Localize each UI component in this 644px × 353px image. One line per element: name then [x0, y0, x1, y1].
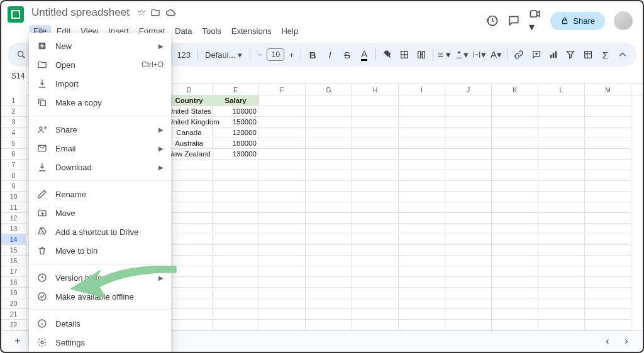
cell[interactable] [306, 181, 352, 192]
cell[interactable] [213, 234, 259, 245]
cell[interactable] [213, 213, 259, 224]
cell[interactable] [399, 256, 445, 266]
cell[interactable] [213, 202, 259, 213]
cell[interactable]: Salary [213, 95, 259, 106]
comment-icon[interactable] [508, 14, 520, 27]
cell[interactable] [538, 277, 585, 288]
cell[interactable] [492, 181, 538, 192]
cell[interactable] [445, 170, 492, 181]
cell[interactable] [399, 245, 445, 256]
cell[interactable] [585, 149, 631, 160]
cell[interactable] [259, 320, 306, 330]
cell[interactable] [306, 117, 352, 128]
bold-icon[interactable]: B [305, 47, 319, 62]
menu-item-move-to-bin[interactable]: Move to bin [29, 241, 171, 260]
row-header[interactable]: 1 [1, 95, 26, 106]
cell[interactable]: 100000 [213, 106, 259, 117]
cell[interactable] [399, 277, 445, 288]
cell[interactable] [538, 309, 585, 320]
insert-chart-icon[interactable] [546, 47, 560, 62]
share-button[interactable]: Share [550, 12, 605, 30]
cell[interactable] [399, 288, 445, 298]
menu-item-import[interactable]: Import [29, 74, 171, 93]
cell[interactable] [352, 149, 399, 160]
menu-item-settings[interactable]: Settings [29, 333, 171, 352]
font-size-input[interactable]: 10 [267, 48, 284, 61]
cell[interactable] [213, 266, 259, 277]
cell[interactable] [399, 160, 445, 170]
font-size-increase[interactable]: + [286, 49, 297, 60]
cell[interactable] [259, 95, 306, 106]
menu-item-add-a-shortcut-to-drive[interactable]: Add a shortcut to Drive [29, 222, 171, 241]
cell[interactable] [213, 181, 259, 192]
cell[interactable] [492, 160, 538, 170]
cell[interactable] [492, 245, 538, 256]
cell[interactable] [399, 149, 445, 160]
cell[interactable] [352, 170, 399, 181]
cell[interactable] [166, 170, 213, 181]
cell[interactable] [259, 298, 306, 309]
cell[interactable]: Canada [166, 128, 213, 138]
row-header[interactable]: 4 [1, 128, 26, 138]
row-header[interactable]: 15 [1, 245, 26, 256]
cell[interactable] [585, 309, 631, 320]
cell[interactable] [399, 117, 445, 128]
cell[interactable] [492, 288, 538, 298]
cell[interactable] [445, 298, 492, 309]
cell[interactable] [352, 298, 399, 309]
cell[interactable] [399, 181, 445, 192]
row-header[interactable]: 22 [1, 320, 26, 330]
cell[interactable] [166, 224, 213, 234]
cell[interactable] [585, 192, 631, 202]
cell[interactable] [306, 192, 352, 202]
cell[interactable] [445, 149, 492, 160]
cell[interactable] [538, 160, 585, 170]
cell[interactable] [492, 202, 538, 213]
cell[interactable] [306, 266, 352, 277]
font-size-decrease[interactable]: − [254, 49, 265, 60]
row-header[interactable]: 8 [1, 170, 26, 181]
cell[interactable] [352, 117, 399, 128]
account-avatar[interactable] [614, 11, 633, 30]
cell[interactable] [399, 320, 445, 330]
cell[interactable] [213, 245, 259, 256]
cell[interactable] [585, 288, 631, 298]
cell[interactable] [213, 256, 259, 266]
cell[interactable] [399, 224, 445, 234]
functions-icon[interactable]: Σ [598, 47, 613, 62]
row-header[interactable]: 17 [1, 266, 26, 277]
cell[interactable]: New Zealand [166, 149, 213, 160]
cell[interactable] [166, 213, 213, 224]
row-header[interactable]: 5 [1, 138, 26, 149]
cell[interactable] [259, 309, 306, 320]
collapse-toolbar-icon[interactable] [615, 47, 630, 62]
cell[interactable] [259, 160, 306, 170]
cloud-status-icon[interactable] [165, 8, 177, 17]
cell[interactable] [538, 128, 585, 138]
cell[interactable] [585, 213, 631, 224]
cell[interactable] [259, 117, 306, 128]
cell[interactable] [259, 181, 306, 192]
cell[interactable] [213, 309, 259, 320]
cell[interactable] [213, 192, 259, 202]
cell[interactable] [492, 149, 538, 160]
move-folder-icon[interactable] [150, 8, 160, 18]
cell[interactable] [445, 277, 492, 288]
cell[interactable] [538, 149, 585, 160]
row-header[interactable]: 19 [1, 288, 26, 298]
borders-icon[interactable] [397, 47, 411, 62]
cell[interactable] [445, 138, 492, 149]
cell[interactable] [538, 256, 585, 266]
cell[interactable] [492, 106, 538, 117]
cell[interactable] [492, 192, 538, 202]
cell[interactable] [352, 234, 399, 245]
cell[interactable] [306, 170, 352, 181]
cell[interactable] [352, 192, 399, 202]
row-header[interactable]: 10 [1, 192, 26, 202]
cell[interactable] [259, 256, 306, 266]
cell[interactable] [585, 106, 631, 117]
cell[interactable] [538, 213, 585, 224]
cell[interactable] [259, 192, 306, 202]
column-header[interactable]: J [445, 84, 492, 95]
cell[interactable] [352, 128, 399, 138]
